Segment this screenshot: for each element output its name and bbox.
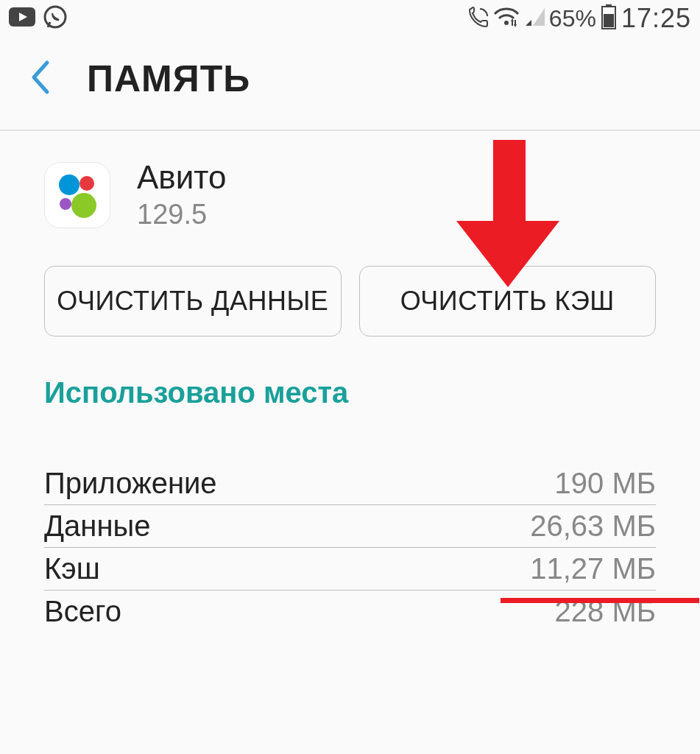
battery-icon — [601, 4, 617, 32]
svg-marker-7 — [533, 8, 545, 26]
svg-marker-5 — [514, 24, 517, 27]
whatsapp-icon — [43, 4, 68, 32]
row-cache: Кэш 11,27 МБ — [44, 548, 656, 591]
row-label: Приложение — [44, 467, 217, 500]
button-row: ОЧИСТИТЬ ДАННЫЕ ОЧИСТИТЬ КЭШ — [0, 250, 700, 366]
svg-marker-6 — [526, 20, 531, 26]
avito-app-icon — [44, 162, 110, 228]
signal-icon — [524, 7, 545, 30]
svg-point-14 — [71, 193, 96, 218]
row-label: Данные — [44, 510, 151, 543]
section-title: Использовано места — [0, 366, 700, 439]
svg-marker-4 — [511, 18, 514, 21]
clock: 17:25 — [621, 3, 691, 34]
clear-data-button[interactable]: ОЧИСТИТЬ ДАННЫЕ — [44, 266, 342, 337]
app-name: Авито — [137, 159, 226, 196]
back-button[interactable] — [29, 60, 50, 98]
status-bar: 65% 17:25 — [0, 0, 700, 37]
row-label: Кэш — [44, 552, 100, 585]
youtube-icon — [9, 7, 35, 29]
row-value: 228 МБ — [555, 595, 656, 628]
row-value: 26,63 МБ — [530, 510, 656, 543]
battery-percent: 65% — [549, 5, 596, 32]
app-info-row: Авито 129.5 — [0, 131, 700, 250]
row-total: Всего 228 МБ — [44, 591, 656, 633]
svg-point-11 — [59, 175, 79, 195]
row-value: 11,27 МБ — [530, 552, 656, 585]
row-data: Данные 26,63 МБ — [44, 505, 656, 548]
clear-cache-button[interactable]: ОЧИСТИТЬ КЭШ — [359, 266, 657, 337]
row-label: Всего — [44, 595, 121, 628]
storage-rows: Приложение 190 МБ Данные 26,63 МБ Кэш 11… — [0, 439, 700, 633]
svg-point-3 — [504, 21, 509, 25]
app-version: 129.5 — [137, 199, 226, 230]
wifi-icon — [493, 7, 520, 30]
svg-rect-10 — [604, 14, 614, 27]
call-icon — [467, 6, 489, 31]
svg-point-12 — [79, 176, 94, 191]
svg-point-13 — [60, 198, 71, 210]
header: ПАМЯТЬ — [0, 37, 700, 131]
row-app: Приложение 190 МБ — [44, 462, 656, 505]
page-title: ПАМЯТЬ — [87, 57, 250, 100]
row-value: 190 МБ — [555, 467, 656, 500]
